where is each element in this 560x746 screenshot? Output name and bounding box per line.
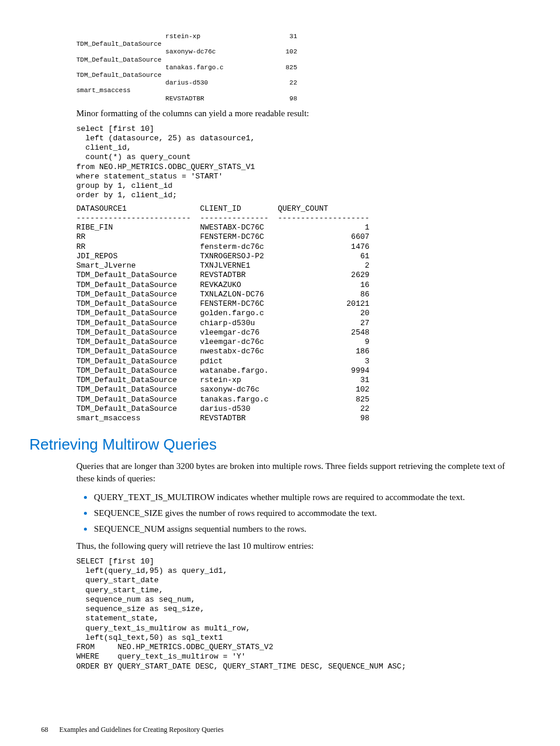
paragraph-format-note: Minor formatting of the columns can yiel…: [76, 107, 519, 120]
list-item: SEQUENCE_NUM assigns sequential numbers …: [94, 521, 519, 535]
paragraph-multirow-intro: Queries that are longer than 3200 bytes …: [76, 460, 519, 485]
list-item: SEQUENCE_SIZE gives the number of rows r…: [94, 505, 519, 519]
list-item: QUERY_TEXT_IS_MULTIROW indicates whether…: [94, 490, 519, 504]
code-block-sql2: SELECT [first 10] left(query_id,95) as q…: [76, 557, 519, 671]
code-block-sql1: select [first 10] left (datasource, 25) …: [76, 124, 519, 201]
paragraph-thus: Thus, the following query will retrieve …: [76, 540, 519, 552]
section-heading: Retrieving Multirow Queries: [29, 434, 519, 455]
bullet-list: QUERY_TEXT_IS_MULTIROW indicates whether…: [76, 490, 519, 535]
code-block-top: rstein-xp 31 TDM_Default_DataSource saxo…: [76, 33, 519, 103]
code-block-table1: DATASOURCE1 CLIENT_ID QUERY_COUNT ------…: [76, 204, 519, 424]
